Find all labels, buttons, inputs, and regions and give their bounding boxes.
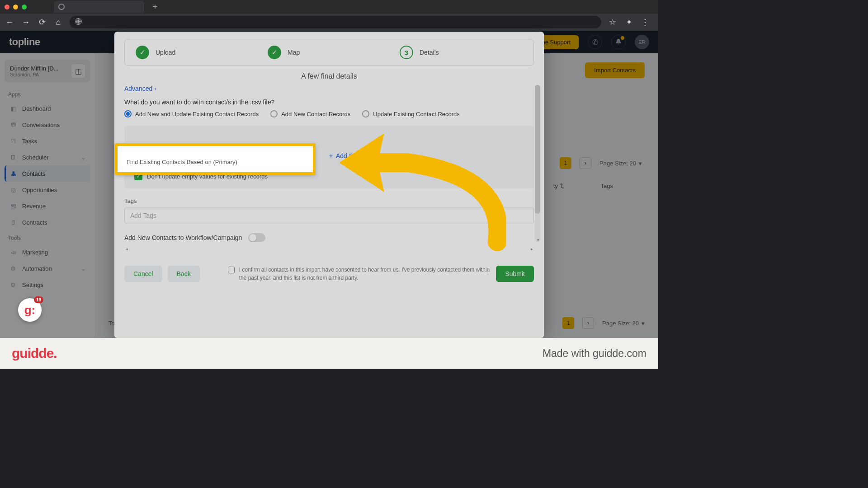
org-location: Scranton, PA [10,72,69,77]
radio-group: Add New and Update Existing Contact Reco… [124,110,534,117]
bell-icon[interactable]: 🔔︎ [611,35,626,49]
step-details: 3Details [400,46,523,59]
question-label: What do you want to do with contact/s in… [124,99,534,106]
chevron-down-icon: ⌄ [81,154,86,161]
workflow-toggle-row: Add New Contacts to Workflow/Campaign [124,233,534,242]
star-icon[interactable]: ☆ [608,17,618,27]
radio-update[interactable]: Update Existing Contact Records [362,110,459,117]
section-apps: Apps [8,91,90,98]
radio-add-update[interactable]: Add New and Update Existing Contact Reco… [124,110,259,117]
scrollbar-vertical[interactable]: ▴ ▾ [535,85,540,242]
scroll-down-icon: ▾ [535,238,541,243]
modal-title: A few final details [124,72,534,80]
sidebar-item-conversations[interactable]: 💬︎Conversations [5,117,90,133]
plus-icon: ＋ [328,152,334,160]
menu-icon[interactable]: ⋮ [640,17,650,27]
maximize-window-icon[interactable] [22,5,27,9]
back-button[interactable]: Back [168,266,200,282]
contracts-icon: 📄︎ [9,218,17,226]
page-next-button[interactable]: › [580,157,591,169]
sidebar-item-revenue[interactable]: 💳︎Revenue [5,198,90,214]
logo: topline [9,36,40,48]
radio-icon [362,110,369,117]
submit-button[interactable]: Submit [496,266,534,282]
org-name: Dunder Mifflin [D... [10,65,69,72]
gear-icon: ⚙︎ [9,264,17,272]
badge-count: 19 [34,296,43,303]
tags-input[interactable]: Add Tags [124,207,534,224]
globe-icon [58,4,65,10]
stepper: ✓Upload ✓Map 3Details [124,39,534,66]
radio-icon [124,110,132,117]
calendar-icon: 🗓︎ [9,153,17,161]
chevron-down-icon: ▾ [642,320,645,327]
browser-toolbar: ← → ⟳ ⌂ 🌐︎ ☆ ✦ ⋮ [0,14,658,31]
sidebar: Dunder Mifflin [D... Scranton, PA ◫ Apps… [0,53,95,338]
sidebar-item-dashboard[interactable]: ◧Dashboard [5,100,90,117]
address-bar[interactable]: 🌐︎ [70,16,601,28]
sidebar-item-contacts[interactable]: 👤︎Contacts [5,165,90,182]
guidde-logo-icon: g: [24,303,36,317]
close-window-icon[interactable] [5,5,9,9]
sidebar-item-automation[interactable]: ⚙︎Automation⌄ [5,260,90,277]
scroll-right-icon: ▸ [529,247,534,251]
step-upload: ✓Upload [136,46,259,59]
chat-icon: 💬︎ [9,121,17,129]
modal-footer: Cancel Back I confirm all contacts in th… [124,266,534,282]
phone-icon[interactable]: ✆ [588,35,602,49]
import-contacts-button[interactable]: Import Contacts [585,62,645,78]
scrollbar-horizontal[interactable]: ◂ ▸ [124,247,534,251]
avatar[interactable]: ER [635,35,649,49]
page-size-select[interactable]: Page Size: 20▾ [602,320,645,327]
consent-text: I confirm all contacts in this import ha… [239,266,491,282]
guidde-badge[interactable]: g: 19 [18,298,42,322]
cancel-button[interactable]: Cancel [124,266,162,282]
reload-icon[interactable]: ⟳ [37,17,47,27]
sidebar-item-scheduler[interactable]: 🗓︎Scheduler⌄ [5,149,90,165]
back-icon[interactable]: ← [5,18,14,27]
sidebar-item-contracts[interactable]: 📄︎Contracts [5,214,90,230]
check-icon: ✓ [268,46,281,59]
opportunities-icon: ◎ [9,186,17,194]
minimize-window-icon[interactable] [13,5,18,9]
radio-add-new[interactable]: Add New Contact Records [270,110,350,117]
workflow-toggle[interactable] [248,233,265,242]
radio-icon [270,110,278,117]
chevron-down-icon: ⌄ [81,265,86,272]
section-tools: Tools [8,235,90,241]
column-ty: ty ⇅ [553,183,565,189]
page-1-button[interactable]: 1 [562,317,574,329]
guidde-footer: guidde. Made with guidde.com [0,338,658,369]
home-icon[interactable]: ⌂ [53,18,63,27]
annotation-highlight: Find Existing Contacts Based on (Primary… [115,143,316,175]
layout-icon[interactable]: ◫ [71,64,85,78]
window-controls [5,5,27,9]
column-tags: Tags [601,183,613,189]
contacts-icon: 👤︎ [9,169,17,178]
extensions-icon[interactable]: ✦ [624,17,634,27]
new-tab-button[interactable]: + [150,1,160,12]
org-switcher[interactable]: Dunder Mifflin [D... Scranton, PA ◫ [5,60,90,82]
page-size-select[interactable]: Page Size: 20▾ [599,160,642,167]
globe-icon: 🌐︎ [75,18,82,26]
browser-tab[interactable] [54,1,144,13]
scroll-left-icon: ◂ [124,247,129,251]
add-second-preference-link[interactable]: ＋Add Second Preference? [328,152,406,160]
sidebar-item-settings[interactable]: ⚙︎Settings [5,277,90,293]
browser-tab-strip: + [0,0,658,14]
megaphone-icon: 📣︎ [9,248,17,256]
consent-checkbox[interactable]: I confirm all contacts in this import ha… [228,266,491,282]
step-map: ✓Map [268,46,391,59]
step-number: 3 [400,46,413,59]
guidde-logo: guidde. [12,346,57,361]
sidebar-item-opportunities[interactable]: ◎Opportunities [5,182,90,198]
page-1-button[interactable]: 1 [560,157,571,169]
advanced-link[interactable]: Advanced› [124,85,534,92]
scroll-thumb[interactable] [535,85,540,214]
sidebar-item-tasks[interactable]: ☑︎Tasks [5,133,90,149]
sidebar-item-marketing[interactable]: 📣︎Marketing [5,244,90,260]
notification-dot-icon [621,36,624,40]
forward-icon[interactable]: → [21,18,31,27]
settings-icon: ⚙︎ [9,281,17,289]
page-next-button[interactable]: › [582,317,594,329]
